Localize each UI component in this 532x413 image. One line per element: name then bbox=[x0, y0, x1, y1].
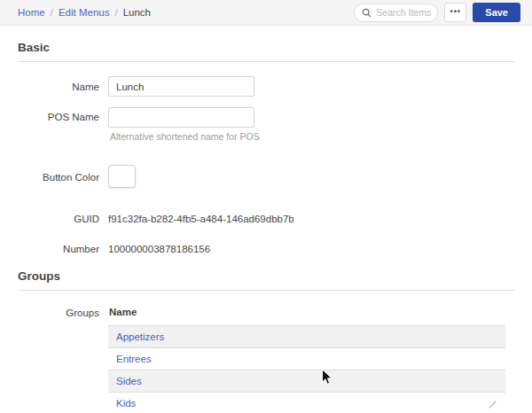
breadcrumb-edit-menus-link[interactable]: Edit Menus bbox=[59, 7, 110, 18]
guid-value: f91c32fa-b282-4fb5-a484-146ad69dbb7b bbox=[108, 214, 294, 224]
group-row-entrees[interactable]: Entrees bbox=[108, 348, 505, 370]
pos-name-field-row: POS Name Alternative shortened name for … bbox=[18, 107, 514, 142]
groups-table: Name Appetizers Entrees Sides Kids bbox=[108, 307, 505, 413]
group-link[interactable]: Kids bbox=[116, 398, 136, 409]
groups-table-header-name: Name bbox=[108, 307, 505, 326]
number-label: Number bbox=[18, 244, 99, 254]
button-color-swatch[interactable] bbox=[108, 165, 136, 188]
group-row-sides[interactable]: Sides bbox=[108, 370, 505, 393]
groups-label: Groups bbox=[18, 307, 99, 318]
button-color-label: Button Color bbox=[18, 172, 99, 183]
main-content: Basic Name POS Name Alternative shortene… bbox=[0, 26, 532, 413]
name-label: Name bbox=[18, 82, 99, 92]
number-value: 100000003878186156 bbox=[108, 244, 210, 254]
groups-row: Groups Name Appetizers Entrees Sides Kid… bbox=[18, 307, 514, 413]
more-options-button[interactable]: ••• bbox=[444, 3, 466, 22]
button-color-field-row: Button Color bbox=[18, 165, 514, 190]
breadcrumb-separator: / bbox=[114, 7, 117, 18]
guid-row: GUID f91c32fa-b282-4fb5-a484-146ad69dbb7… bbox=[18, 214, 514, 224]
guid-label: GUID bbox=[18, 214, 99, 224]
topbar-actions: ••• Save bbox=[354, 3, 520, 22]
breadcrumb-separator: / bbox=[51, 7, 53, 18]
breadcrumb-home-link[interactable]: Home bbox=[18, 7, 45, 18]
breadcrumb-current-page: Lunch bbox=[123, 7, 151, 18]
search-box[interactable] bbox=[354, 4, 438, 22]
edit-pencil-icon[interactable] bbox=[487, 398, 498, 409]
number-row: Number 100000003878186156 bbox=[18, 244, 514, 254]
basic-section-title: Basic bbox=[18, 26, 514, 62]
top-bar: Home / Edit Menus / Lunch ••• Save bbox=[0, 0, 532, 26]
search-icon bbox=[362, 8, 372, 18]
pos-name-label: POS Name bbox=[18, 107, 99, 122]
breadcrumb: Home / Edit Menus / Lunch bbox=[18, 7, 151, 18]
group-link[interactable]: Appetizers bbox=[116, 331, 164, 342]
search-input[interactable] bbox=[376, 7, 434, 18]
name-field-row: Name bbox=[18, 76, 514, 97]
pos-name-input[interactable] bbox=[108, 107, 254, 128]
group-row-kids[interactable]: Kids bbox=[108, 393, 505, 413]
group-link[interactable]: Sides bbox=[116, 376, 142, 386]
save-button[interactable]: Save bbox=[473, 3, 520, 22]
groups-section-title: Groups bbox=[18, 254, 514, 291]
group-row-appetizers[interactable]: Appetizers bbox=[108, 326, 505, 348]
name-input[interactable] bbox=[108, 76, 254, 97]
group-link[interactable]: Entrees bbox=[116, 354, 152, 364]
pos-name-helper-text: Alternative shortened name for POS bbox=[110, 131, 260, 142]
